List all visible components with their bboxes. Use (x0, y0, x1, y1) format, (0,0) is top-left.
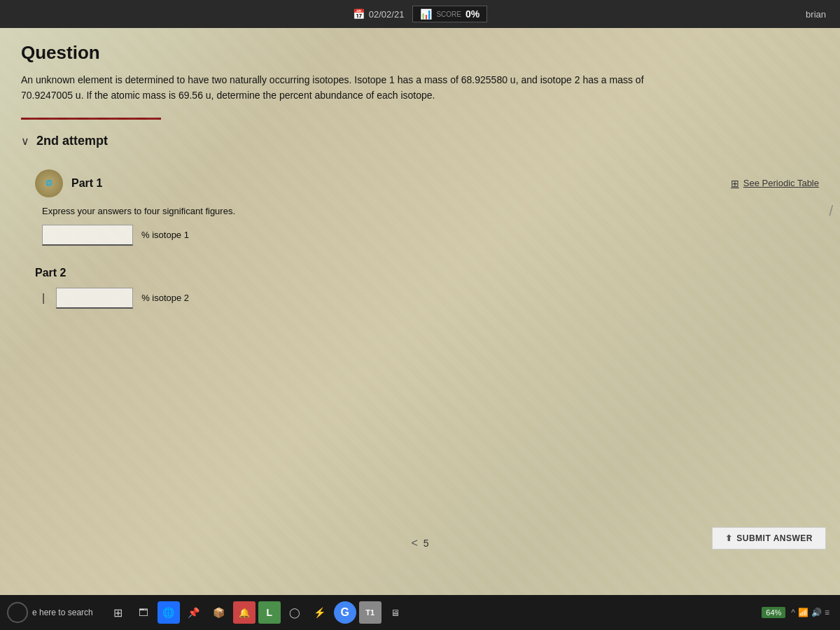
date-box: 📅 02/02/21 (353, 8, 405, 20)
wifi-icon: 📶 (798, 608, 808, 617)
top-bar-center: 📅 02/02/21 📊 SCORE 0% (353, 6, 487, 22)
battery-badge: 64% (762, 607, 785, 618)
main-content: Question An unknown element is determine… (0, 28, 840, 595)
section-divider (21, 118, 161, 120)
part1-title-group: 🌐 Part 1 (35, 169, 102, 197)
taskbar-search: e here to search (0, 602, 100, 623)
taskbar-icons: ⊞ 🗔 🌐 📌 📦 🔔 L ◯ ⚡ G T1 🖥 (100, 601, 752, 624)
periodic-table-icon: ⊞ (731, 178, 739, 189)
submit-answer-button[interactable]: ⬆ SUBMIT ANSWER (712, 527, 826, 550)
part1-unit: % isotope 1 (141, 230, 189, 240)
cursor-indicator: | (42, 292, 45, 304)
submit-label: SUBMIT ANSWER (736, 533, 813, 543)
score-label: SCORE (436, 10, 461, 18)
score-value: 0% (465, 8, 479, 20)
date-value: 02/02/21 (369, 9, 405, 20)
part2-answer-row: | % isotope 2 (42, 288, 819, 309)
question-text-line2: 70.9247005 u. If the atomic mass is 69.5… (21, 90, 435, 101)
sig-figs-instruction: Express your answers to four significant… (42, 206, 819, 216)
taskbar-right: 64% ^ 📶 🔊 ≡ (751, 607, 840, 618)
slash-mark: / (829, 203, 833, 219)
top-bar: 📅 02/02/21 📊 SCORE 0% brian (0, 0, 840, 28)
part2-section: Part 2 | % isotope 2 (35, 267, 819, 309)
periodic-table-link[interactable]: ⊞ See Periodic Table (731, 178, 819, 189)
submit-icon: ⬆ (725, 533, 733, 543)
periodic-table-text: See Periodic Table (743, 178, 819, 188)
search-text[interactable]: e here to search (32, 608, 93, 617)
part2-input[interactable] (56, 288, 133, 309)
taskview-icon[interactable]: ⊞ (107, 601, 130, 624)
part1-section: 🌐 Part 1 ⊞ See Periodic Table Express yo… (35, 169, 819, 246)
attempt-row: ∨ 2nd attempt (21, 134, 819, 148)
part1-label: Part 1 (71, 177, 102, 190)
start-button[interactable] (7, 602, 28, 623)
pin-icon[interactable]: 📌 (183, 601, 205, 624)
score-box: 📊 SCORE 0% (412, 6, 487, 22)
part2-header: Part 2 (35, 267, 819, 279)
pagination-area: < 5 (411, 537, 428, 550)
overflow-icon: ≡ (825, 608, 830, 617)
monitor-icon[interactable]: 🖥 (384, 601, 407, 624)
user-name: brian (806, 9, 826, 20)
part1-icon: 🌐 (35, 169, 63, 197)
question-text-line1: An unknown element is determined to have… (21, 74, 644, 85)
part2-unit: % isotope 2 (141, 293, 189, 303)
part2-title-group: Part 2 (35, 267, 66, 279)
question-text: An unknown element is determined to have… (21, 72, 779, 104)
attempt-label: 2nd attempt (36, 134, 108, 148)
chevron-down-icon[interactable]: ∨ (21, 134, 29, 148)
notification-area: ^ 📶 🔊 ≡ (791, 608, 830, 617)
page-prev-arrow[interactable]: < (411, 537, 417, 550)
question-title: Question (21, 42, 819, 64)
edge-icon[interactable]: 🌐 (158, 601, 180, 624)
desktop-icon[interactable]: 🗔 (132, 601, 155, 624)
flash-icon[interactable]: ⚡ (309, 601, 331, 624)
attempt-section: 🌐 Part 1 ⊞ See Periodic Table Express yo… (21, 169, 819, 309)
volume-icon[interactable]: 🔊 (811, 608, 822, 617)
bar-chart-icon: 📊 (420, 8, 432, 20)
caret-up-icon[interactable]: ^ (791, 608, 795, 617)
t1-icon[interactable]: T1 (359, 601, 382, 624)
calendar-icon: 📅 (353, 8, 365, 20)
notification-icon[interactable]: 🔔 (233, 601, 255, 624)
part1-answer-row: % isotope 1 (42, 225, 819, 246)
part2-label: Part 2 (35, 267, 66, 279)
page-number: 5 (424, 538, 429, 549)
store-icon[interactable]: 📦 (208, 601, 230, 624)
part1-header: 🌐 Part 1 ⊞ See Periodic Table (35, 169, 819, 197)
app-L-icon[interactable]: L (258, 601, 281, 624)
taskbar: e here to search ⊞ 🗔 🌐 📌 📦 🔔 L ◯ ⚡ G T1 … (0, 595, 840, 630)
shield-icon[interactable]: ◯ (284, 601, 306, 624)
g-icon[interactable]: G (334, 601, 356, 624)
part1-input[interactable] (42, 225, 133, 246)
